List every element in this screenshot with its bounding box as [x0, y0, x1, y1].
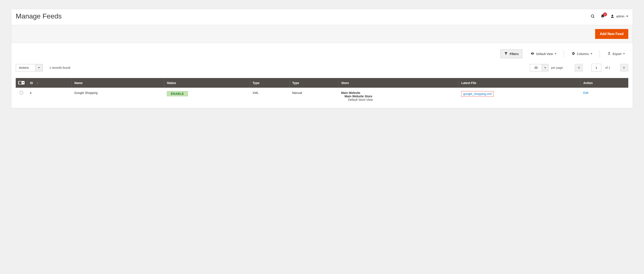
filters-label: Filters	[510, 52, 519, 56]
default-view-label: Default View	[536, 52, 553, 56]
columns-label: Columns	[577, 52, 589, 56]
actions-toggle[interactable]	[35, 64, 43, 71]
notifications-icon[interactable]: 2	[600, 14, 605, 19]
search-icon[interactable]	[590, 14, 595, 19]
select-all-header[interactable]	[16, 78, 27, 88]
export-label: Export	[613, 52, 622, 56]
current-page-input[interactable]	[592, 64, 601, 72]
notification-badge: 2	[603, 12, 607, 16]
records-count: 1 records found	[49, 66, 70, 69]
status-badge: ENABLE	[167, 91, 188, 96]
prev-page-button[interactable]	[575, 64, 583, 72]
chevron-down-icon	[590, 53, 592, 54]
add-new-feed-button[interactable]: Add New Feed	[595, 29, 628, 39]
edit-link[interactable]: Edit	[583, 91, 588, 95]
col-action: Action	[581, 78, 628, 88]
col-type2[interactable]: Type	[290, 78, 338, 88]
svg-line-1	[594, 17, 594, 18]
columns-button[interactable]: Columns	[568, 50, 596, 58]
gear-icon	[571, 52, 575, 56]
filters-button[interactable]: Filters	[500, 49, 522, 58]
col-id[interactable]: ID↑	[27, 78, 72, 88]
actions-selector[interactable]: Actions	[16, 64, 43, 71]
svg-point-2	[532, 53, 533, 54]
default-view-button[interactable]: Default View	[527, 50, 560, 58]
chevron-down-icon	[623, 53, 625, 54]
col-type1[interactable]: Type	[250, 78, 290, 88]
export-icon	[607, 52, 611, 56]
page-title: Manage Feeds	[16, 12, 62, 20]
col-name[interactable]: Name	[72, 78, 164, 88]
store-hierarchy: Main Website Main Website Store Default …	[341, 91, 456, 101]
cell-type2: Manual	[290, 88, 338, 105]
export-button[interactable]: Export	[604, 50, 628, 58]
cell-name: Google Shopping	[72, 88, 164, 105]
funnel-icon	[504, 52, 508, 56]
next-page-button[interactable]	[620, 64, 628, 72]
chevron-down-icon	[555, 53, 556, 54]
sort-asc-icon: ↑	[37, 81, 38, 85]
svg-point-0	[591, 15, 594, 17]
cell-id: 4	[27, 88, 72, 105]
eye-icon	[530, 52, 534, 56]
col-status[interactable]: Status	[164, 78, 250, 88]
row-checkbox[interactable]	[20, 91, 23, 94]
col-latest-file[interactable]: Latest File	[458, 78, 581, 88]
feeds-table: ID↑ Name Status Type Type Store Latest F…	[16, 78, 628, 105]
chevron-down-icon	[626, 16, 628, 17]
user-name: admin	[616, 15, 624, 18]
page-size-toggle[interactable]	[542, 64, 548, 71]
cell-type1: XML	[250, 88, 290, 105]
latest-file-link[interactable]: google_shopping.xml	[463, 92, 492, 96]
user-icon	[610, 14, 614, 18]
per-page-label: per page	[551, 66, 563, 69]
chevron-down-icon	[38, 67, 40, 68]
user-menu[interactable]: admin	[610, 14, 628, 18]
actions-label: Actions	[16, 64, 35, 71]
page-of-label: of 1	[605, 66, 610, 69]
page-size-selector[interactable]	[530, 64, 548, 71]
page-size-input[interactable]	[530, 64, 542, 71]
chevron-down-icon	[544, 67, 546, 68]
col-store[interactable]: Store	[338, 78, 458, 88]
table-row[interactable]: 4 Google Shopping ENABLE XML Manual Main…	[16, 88, 628, 105]
